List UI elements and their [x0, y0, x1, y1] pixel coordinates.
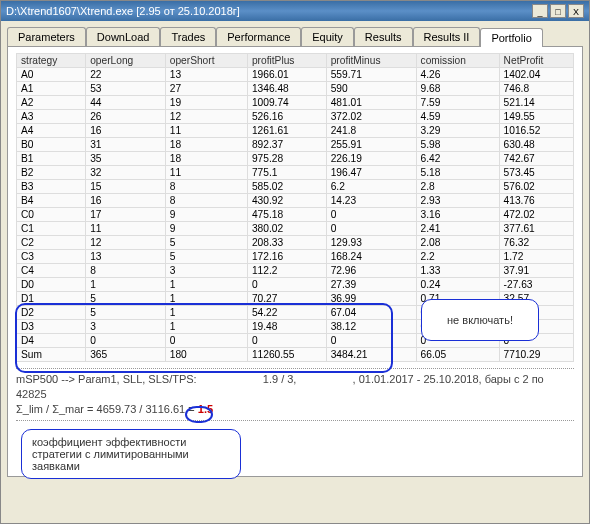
- tab-bar: ParametersDownLoadTradesPerformanceEquit…: [7, 27, 583, 47]
- maximize-button[interactable]: □: [550, 4, 566, 18]
- annotation-note-exclude: не включать!: [421, 299, 539, 341]
- titlebar: D:\Xtrend1607\Xtrend.exe [2.95 от 25.10.…: [1, 1, 589, 21]
- column-comission: comission: [416, 54, 499, 68]
- annotation-note-coefficient: коэффициент эффективности стратегии с ли…: [21, 429, 241, 479]
- tab-performance[interactable]: Performance: [216, 27, 301, 46]
- table-row: B23211775.1196.475.18573.45: [17, 166, 574, 180]
- table-row: B4168430.9214.232.93413.76: [17, 194, 574, 208]
- minimize-button[interactable]: _: [532, 4, 548, 18]
- annotation-circle-ratio: [185, 406, 213, 423]
- close-button[interactable]: X: [568, 4, 584, 18]
- column-profitMinus: profitMinus: [326, 54, 416, 68]
- table-row: D011027.390.24-27.63: [17, 278, 574, 292]
- annotation-highlight-rows: [15, 303, 393, 373]
- info-line2a: Σ_lim / Σ_mar = 4659.73 / 3116.61 =: [16, 403, 198, 415]
- column-NetProfit: NetProfit: [499, 54, 573, 68]
- tab-results[interactable]: Results: [354, 27, 413, 46]
- column-operShort: operShort: [165, 54, 247, 68]
- tab-portfolio[interactable]: Portfolio: [480, 28, 542, 47]
- info-line1b: 1.9 / 3,: [263, 373, 297, 385]
- column-profitPlus: profitPlus: [247, 54, 326, 68]
- table-row: C0179475.1803.16472.02: [17, 208, 574, 222]
- tab-download[interactable]: DownLoad: [86, 27, 161, 46]
- table-row: A022131966.01559.714.261402.04: [17, 68, 574, 82]
- tab-results-ii[interactable]: Results II: [413, 27, 481, 46]
- table-row: A416111261.61241.83.291016.52: [17, 124, 574, 138]
- table-row: A32612526.16372.024.59149.55: [17, 110, 574, 124]
- column-strategy: strategy: [17, 54, 86, 68]
- table-row: B13518975.28226.196.42742.67: [17, 152, 574, 166]
- table-row: B03118892.37255.915.98630.48: [17, 138, 574, 152]
- tab-parameters[interactable]: Parameters: [7, 27, 86, 46]
- tab-equity[interactable]: Equity: [301, 27, 354, 46]
- tab-content-portfolio: strategyoperLongoperShortprofitPlusprofi…: [7, 47, 583, 477]
- table-row: C2125208.33129.932.0876.32: [17, 236, 574, 250]
- table-header-row: strategyoperLongoperShortprofitPlusprofi…: [17, 54, 574, 68]
- tab-trades[interactable]: Trades: [160, 27, 216, 46]
- window-title: D:\Xtrend1607\Xtrend.exe [2.95 от 25.10.…: [6, 5, 240, 17]
- status-info: mSP500 --> Param1, SLL, SLS/TPS: 1.9 / 3…: [16, 368, 574, 421]
- table-row: C3135172.16168.242.21.72: [17, 250, 574, 264]
- table-row: C483112.272.961.3337.91: [17, 264, 574, 278]
- table-row: A153271346.485909.68746.8: [17, 82, 574, 96]
- table-row: B3158585.026.22.8576.02: [17, 180, 574, 194]
- table-row: C1119380.0202.41377.61: [17, 222, 574, 236]
- app-window: D:\Xtrend1607\Xtrend.exe [2.95 от 25.10.…: [0, 0, 590, 524]
- column-operLong: operLong: [86, 54, 166, 68]
- window-controls: _ □ X: [532, 4, 584, 18]
- info-line1a: mSP500 --> Param1, SLL, SLS/TPS:: [16, 373, 197, 385]
- table-row: A244191009.74481.017.59521.14: [17, 96, 574, 110]
